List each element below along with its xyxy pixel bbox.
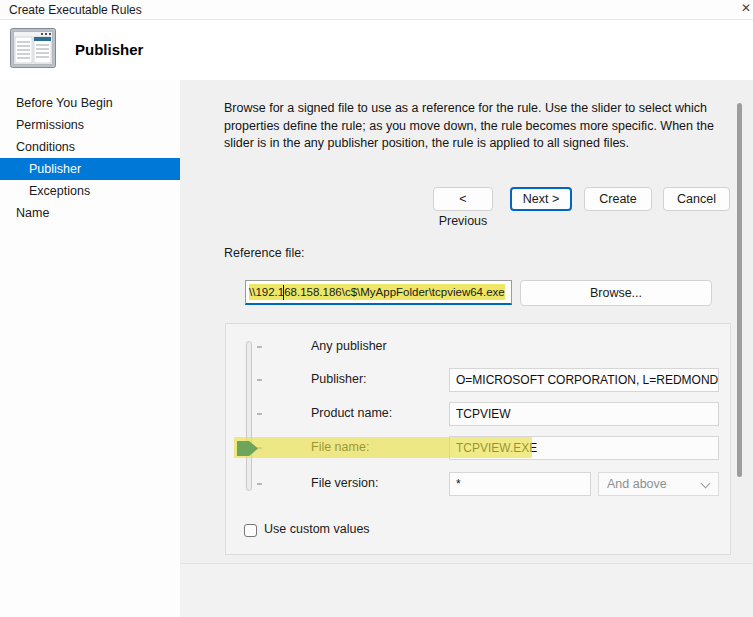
publisher-value-field[interactable]: O=MICROSOFT CORPORATION, L=REDMOND, S=W <box>449 368 719 392</box>
sidebar-item-publisher[interactable]: Publisher <box>0 158 180 180</box>
file-version-comparison-dropdown[interactable]: And above <box>598 472 719 496</box>
file-name-label: File name: <box>311 440 369 454</box>
sidebar-item-name[interactable]: Name <box>0 202 180 224</box>
application-window-icon <box>10 28 56 68</box>
wizard-steps-sidebar: Before You Begin Permissions Conditions … <box>0 80 180 617</box>
sidebar-item-exceptions[interactable]: Exceptions <box>0 180 180 202</box>
slider-thumb-icon[interactable] <box>237 441 258 456</box>
product-name-label: Product name: <box>311 406 392 420</box>
window-titlebar: Create Executable Rules ✕ <box>0 0 753 20</box>
file-version-value-field[interactable]: * <box>449 472 591 496</box>
use-custom-values-checkbox[interactable] <box>244 524 257 537</box>
create-executable-rules-wizard: Create Executable Rules ✕ Publisher Befo… <box>0 0 753 617</box>
slider-tick <box>257 413 262 415</box>
create-button[interactable]: Create <box>584 187 652 211</box>
reference-file-input[interactable]: \\192.168.158.186\c$\MyAppFolder\tcpview… <box>245 280 512 305</box>
slider-tick <box>257 483 262 485</box>
slider-tick <box>257 346 262 348</box>
browse-button[interactable]: Browse... <box>520 280 712 306</box>
publisher-label: Publisher: <box>311 372 367 386</box>
reference-file-path-highlighted: \\192.168.158.186\c$\MyAppFolder\tcpview… <box>249 284 505 300</box>
previous-button[interactable]: < Previous <box>433 187 493 211</box>
wizard-header: Publisher <box>0 21 753 80</box>
specificity-slider-track[interactable] <box>246 341 252 491</box>
any-publisher-label: Any publisher <box>311 339 387 353</box>
file-name-value-field[interactable]: TCPVIEW.EXE <box>449 436 719 460</box>
main-content: Browse for a signed file to use as a ref… <box>180 80 753 617</box>
use-custom-values-label: Use custom values <box>264 522 370 536</box>
reference-file-label: Reference file: <box>224 246 305 260</box>
dropdown-selected-value: And above <box>607 477 667 491</box>
slider-tick <box>257 379 262 381</box>
wizard-button-bar <box>180 563 753 617</box>
publisher-properties-panel: Any publisher Publisher: O=MICROSOFT COR… <box>225 323 731 555</box>
vertical-scrollbar[interactable] <box>737 103 742 477</box>
chevron-down-icon <box>701 479 711 489</box>
text-caret <box>283 285 284 300</box>
cancel-button[interactable]: Cancel <box>663 187 730 211</box>
sidebar-item-conditions[interactable]: Conditions <box>0 136 180 158</box>
next-button[interactable]: Next > <box>510 187 572 211</box>
file-version-label: File version: <box>311 476 378 490</box>
window-title: Create Executable Rules <box>9 3 142 17</box>
sidebar-item-before-you-begin[interactable]: Before You Begin <box>0 92 180 114</box>
page-description: Browse for a signed file to use as a ref… <box>224 100 716 153</box>
product-name-value-field[interactable]: TCPVIEW <box>449 402 719 426</box>
sidebar-item-permissions[interactable]: Permissions <box>0 114 180 136</box>
page-title: Publisher <box>75 41 143 58</box>
close-icon[interactable]: ✕ <box>741 1 753 15</box>
